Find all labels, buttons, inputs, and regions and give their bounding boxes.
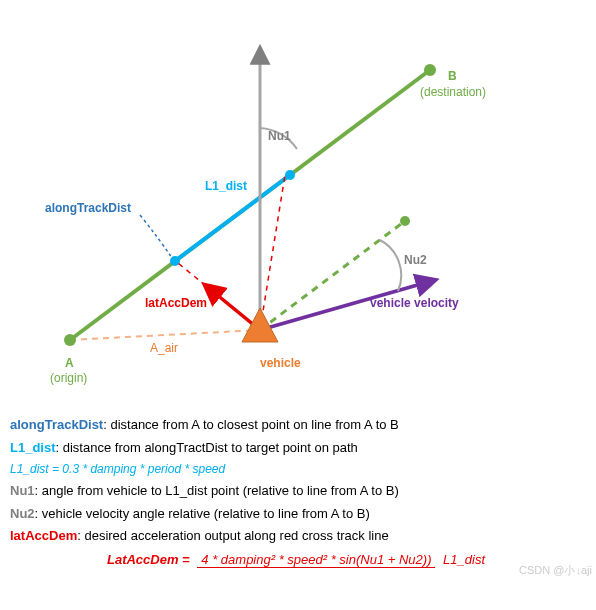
diagram-canvas: A (origin) B (destination) vehicle vehic…	[10, 10, 570, 410]
formula-L1dist: L1_dist = 0.3 * damping * period * speed	[10, 460, 586, 478]
label-A-air: A_air	[150, 341, 178, 355]
svg-line-13	[260, 175, 285, 330]
legend-block: alongTrackDist: distance from A to close…	[10, 415, 586, 570]
svg-line-8	[260, 221, 405, 330]
svg-point-2	[64, 334, 76, 346]
svg-point-3	[424, 64, 436, 76]
label-Nu1: Nu1	[268, 129, 291, 143]
formula-latAccDem: LatAccDem = 4 * damping² * speed² * sin(…	[10, 550, 586, 570]
svg-point-5	[170, 256, 180, 266]
label-B: B	[448, 69, 457, 83]
legend-Nu2: Nu2: vehicle velocity angle relative (re…	[10, 504, 586, 524]
legend-alongTrackDist: alongTrackDist: distance from A to close…	[10, 415, 586, 435]
legend-latAccDem: latAccDem: desired acceleration output a…	[10, 526, 586, 546]
svg-point-6	[285, 170, 295, 180]
label-B-sub: (destination)	[420, 85, 486, 99]
label-latAccDem: latAccDem	[145, 296, 207, 310]
label-alongTrackDist: alongTrackDist	[45, 201, 131, 215]
watermark: CSDN @小↓aji	[519, 563, 592, 578]
legend-L1dist: L1_dist: distance from alongTractDist to…	[10, 438, 586, 458]
label-Nu2: Nu2	[404, 253, 427, 267]
label-vehicle: vehicle	[260, 356, 301, 370]
label-A-sub: (origin)	[50, 371, 87, 385]
legend-Nu1: Nu1: angle from vehicle to L1_dist point…	[10, 481, 586, 501]
label-A: A	[65, 356, 74, 370]
label-velocity: vehicle velocity	[370, 296, 459, 310]
svg-point-9	[400, 216, 410, 226]
label-L1dist: L1_dist	[205, 179, 247, 193]
svg-line-0	[70, 330, 260, 340]
